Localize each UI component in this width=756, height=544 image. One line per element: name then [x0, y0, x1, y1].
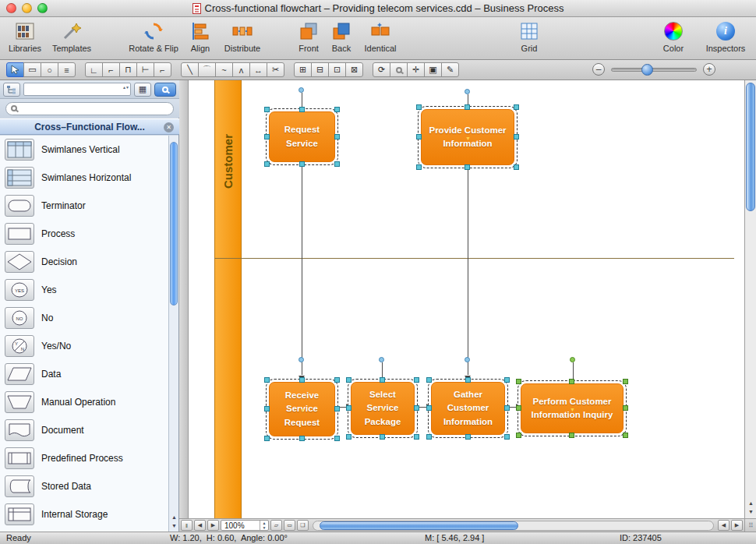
- selection-handle[interactable]: [334, 107, 340, 112]
- library-item-data[interactable]: Data: [0, 360, 169, 388]
- selection-handle[interactable]: [426, 405, 432, 411]
- curve-tool[interactable]: ~: [215, 62, 233, 77]
- shape-gather-customer-information[interactable]: Gather Customer Information ▼: [431, 382, 505, 435]
- hotspot-tool-2[interactable]: ⊟: [311, 62, 329, 77]
- connection-point-green[interactable]: [570, 357, 575, 362]
- zoom-slider-track[interactable]: [611, 68, 697, 72]
- library-item-document[interactable]: Document: [0, 416, 169, 444]
- swimlane-customer[interactable]: Customer: [214, 80, 242, 258]
- selection-handle[interactable]: [334, 436, 340, 441]
- selection-handle[interactable]: [346, 405, 352, 411]
- selection-handle[interactable]: [334, 377, 340, 383]
- selection-handle[interactable]: [414, 405, 419, 411]
- selection-handle[interactable]: [299, 436, 305, 441]
- library-item-swimlanes-horizontal[interactable]: Swimlanes Horizontal: [0, 164, 169, 192]
- selection-handle[interactable]: [514, 104, 519, 110]
- zoom-out-button[interactable]: –: [592, 63, 605, 76]
- library-item-yes[interactable]: YES Yes: [0, 276, 169, 304]
- toolbar-inspectors[interactable]: i Inspectors: [693, 19, 756, 53]
- panel-splitter[interactable]: [179, 80, 189, 518]
- selection-handle[interactable]: [569, 433, 574, 438]
- selection-handle[interactable]: [514, 164, 519, 170]
- selection-handle[interactable]: [426, 377, 432, 383]
- selection-handle[interactable]: [516, 405, 521, 411]
- shape-select-service-package[interactable]: Select Service Package ▼: [351, 382, 415, 435]
- sidebar-scrollbar[interactable]: ▲▼: [168, 136, 178, 532]
- grid-view-button[interactable]: ▦: [134, 83, 151, 97]
- selection-handle[interactable]: [623, 433, 628, 438]
- scroll-left-button[interactable]: ◀: [718, 520, 730, 531]
- ellipse-tool[interactable]: ○: [41, 62, 58, 77]
- selection-handle[interactable]: [569, 379, 574, 384]
- close-window-button[interactable]: [6, 3, 16, 13]
- connector-tool-elbow2[interactable]: ⌐: [102, 62, 120, 77]
- swimlane-customer-service-representative[interactable]: Customer Service Representative: [214, 258, 242, 518]
- selection-handle[interactable]: [380, 434, 385, 440]
- horizontal-scrollbar[interactable]: [313, 521, 714, 531]
- selection-handle[interactable]: [516, 433, 521, 438]
- selection-handle[interactable]: [465, 164, 470, 170]
- page-view-button-3[interactable]: ❏: [297, 520, 309, 531]
- tree-view-button[interactable]: [3, 83, 20, 97]
- connection-point[interactable]: [299, 87, 304, 93]
- library-item-predefined-process[interactable]: Predefined Process: [0, 444, 169, 472]
- connector-line[interactable]: [468, 166, 468, 375]
- library-item-manual-operation[interactable]: Manual Operation: [0, 388, 169, 416]
- connector-tool-smart[interactable]: ⌐: [154, 62, 171, 77]
- connection-point[interactable]: [465, 89, 470, 94]
- polyline-tool[interactable]: ᴧ: [232, 62, 250, 77]
- minimize-window-button[interactable]: [22, 3, 32, 13]
- scroll-right-button[interactable]: ▶: [731, 520, 743, 531]
- vertical-scroll-arrows[interactable]: ▲▼: [745, 499, 756, 516]
- dimension-tool[interactable]: ↔: [249, 62, 267, 77]
- zoom-level-combo[interactable]: 100% ▲▼: [221, 520, 269, 531]
- selection-handle[interactable]: [504, 405, 510, 411]
- stamp-tool[interactable]: ▣: [424, 62, 442, 77]
- connector-tool-elbow[interactable]: ∟: [85, 62, 103, 77]
- eyedropper-tool[interactable]: ✎: [441, 62, 459, 77]
- line-tool[interactable]: ╲: [181, 62, 199, 77]
- library-item-stored-data[interactable]: Stored Data: [0, 472, 169, 500]
- sidebar-scroll-arrows[interactable]: ▲▼: [169, 513, 179, 530]
- library-item-internal-storage[interactable]: Internal Storage: [0, 500, 169, 528]
- selection-handle[interactable]: [334, 406, 340, 412]
- selection-handle[interactable]: [414, 377, 419, 383]
- selection-handle[interactable]: [264, 406, 270, 412]
- selection-handle[interactable]: [299, 107, 305, 112]
- zoom-slider-knob[interactable]: [641, 64, 653, 76]
- selection-handle[interactable]: [264, 107, 270, 112]
- library-search-input[interactable]: [21, 104, 168, 113]
- split-tool[interactable]: ✂: [267, 62, 284, 77]
- rectangle-tool[interactable]: ▭: [23, 62, 41, 77]
- selection-handle[interactable]: [264, 134, 270, 140]
- toolbar-distribute[interactable]: Distribute: [210, 19, 275, 53]
- selection-handle[interactable]: [516, 379, 521, 384]
- library-item-terminator[interactable]: Terminator: [0, 192, 169, 220]
- selection-handle[interactable]: [465, 434, 471, 440]
- lane-divider-line[interactable]: [214, 258, 734, 259]
- library-item-no[interactable]: NO No: [0, 304, 169, 332]
- selection-handle[interactable]: [623, 379, 628, 384]
- shape-perform-customer-information-inquiry[interactable]: Perform Customer Information Inquiry ▼: [521, 383, 624, 433]
- hotspot-tool-3[interactable]: ⊡: [328, 62, 346, 77]
- vertical-scrollbar-thumb[interactable]: [746, 83, 755, 211]
- library-panel-header[interactable]: Cross–Functional Flow... ✕: [0, 118, 179, 135]
- library-search-button[interactable]: [154, 83, 176, 97]
- selection-handle[interactable]: [416, 164, 422, 170]
- hotspot-tool-4[interactable]: ⊠: [345, 62, 363, 77]
- library-item-process[interactable]: Process: [0, 220, 169, 248]
- selection-handle[interactable]: [623, 405, 628, 411]
- selection-handle[interactable]: [426, 434, 432, 440]
- close-icon[interactable]: ✕: [164, 122, 174, 132]
- selection-handle[interactable]: [416, 104, 422, 110]
- zoom-tool[interactable]: [390, 62, 408, 77]
- select-tool[interactable]: [6, 62, 24, 77]
- arc-tool[interactable]: ⌒: [198, 62, 216, 77]
- sidebar-scrollbar-thumb[interactable]: [170, 142, 178, 306]
- page-view-button-1[interactable]: ▱: [270, 520, 282, 531]
- shape-request-service[interactable]: Request Service: [269, 111, 335, 162]
- library-item-decision[interactable]: Decision: [0, 248, 169, 276]
- connector-tool-tree[interactable]: ⊢: [136, 62, 154, 77]
- selection-handle[interactable]: [334, 161, 340, 167]
- selection-handle[interactable]: [380, 377, 385, 383]
